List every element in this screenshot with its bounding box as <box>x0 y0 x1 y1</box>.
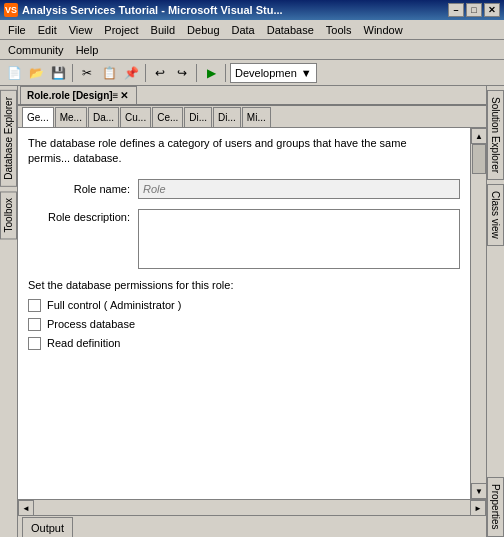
role-description-text: The database role defines a category of … <box>28 136 460 167</box>
undo-icon[interactable]: ↩ <box>150 63 170 83</box>
process-database-checkbox[interactable] <box>28 318 41 331</box>
menu-file[interactable]: File <box>2 22 32 38</box>
separator-4 <box>225 64 226 82</box>
chevron-down-icon: ▼ <box>301 67 312 79</box>
menu-community[interactable]: Community <box>2 42 70 58</box>
horizontal-scrollbar: ◄ ► <box>18 499 486 515</box>
bottom-tab-bar: Output <box>18 515 486 537</box>
process-database-row: Process database <box>28 318 460 331</box>
scroll-down-button[interactable]: ▼ <box>471 483 486 499</box>
database-explorer-tab[interactable]: Database Explorer <box>0 90 17 187</box>
output-tab[interactable]: Output <box>22 517 73 537</box>
full-control-row: Full control ( Administrator ) <box>28 299 460 312</box>
tab-cubes[interactable]: Cu... <box>120 107 151 127</box>
read-definition-checkbox[interactable] <box>28 337 41 350</box>
separator-1 <box>72 64 73 82</box>
full-control-label: Full control ( Administrator ) <box>47 299 181 311</box>
menu-bar-primary: File Edit View Project Build Debug Data … <box>0 20 504 40</box>
maximize-button[interactable]: □ <box>466 3 482 17</box>
window-title: Analysis Services Tutorial - Microsoft V… <box>22 4 448 16</box>
class-view-tab[interactable]: Class view <box>487 184 504 246</box>
menu-bar-secondary: Community Help <box>0 40 504 60</box>
right-sidebar: Solution Explorer Class view Properties <box>486 86 504 537</box>
left-sidebar: Database Explorer Toolbox <box>0 86 18 537</box>
menu-data[interactable]: Data <box>226 22 261 38</box>
solution-explorer-tab[interactable]: Solution Explorer <box>487 90 504 180</box>
separator-3 <box>196 64 197 82</box>
new-icon[interactable]: 📄 <box>4 63 24 83</box>
tab-data-sources[interactable]: Da... <box>88 107 119 127</box>
menu-project[interactable]: Project <box>98 22 144 38</box>
scroll-up-button[interactable]: ▲ <box>471 128 486 144</box>
tab-cell-data[interactable]: Ce... <box>152 107 183 127</box>
close-button[interactable]: ✕ <box>484 3 500 17</box>
document-area: Role.role [Design] ≡ ✕ Ge... Me... Da...… <box>18 86 486 537</box>
tab-dimensions-1[interactable]: Di... <box>184 107 212 127</box>
config-dropdown-label: Developmen <box>235 67 297 79</box>
menu-build[interactable]: Build <box>145 22 181 38</box>
toolbox-tab[interactable]: Toolbox <box>0 191 17 239</box>
app-icon: VS <box>4 3 18 17</box>
save-icon[interactable]: 💾 <box>48 63 68 83</box>
document-tab[interactable]: Role.role [Design] ≡ ✕ <box>20 86 137 104</box>
role-name-row: Role name: <box>28 179 460 199</box>
run-icon[interactable]: ▶ <box>201 63 221 83</box>
config-dropdown[interactable]: Developmen ▼ <box>230 63 317 83</box>
role-description-row: Role description: <box>28 209 460 269</box>
vertical-scrollbar: ▲ ▼ <box>470 128 486 499</box>
read-definition-row: Read definition <box>28 337 460 350</box>
process-database-label: Process database <box>47 318 135 330</box>
minimize-button[interactable]: – <box>448 3 464 17</box>
tab-mining[interactable]: Mi... <box>242 107 271 127</box>
design-content: The database role defines a category of … <box>18 128 470 499</box>
separator-2 <box>145 64 146 82</box>
permissions-heading: Set the database permissions for this ro… <box>28 279 460 291</box>
menu-window[interactable]: Window <box>358 22 409 38</box>
paste-icon[interactable]: 📌 <box>121 63 141 83</box>
scroll-left-button[interactable]: ◄ <box>18 500 34 516</box>
tab-dimensions-2[interactable]: Di... <box>213 107 241 127</box>
menu-view[interactable]: View <box>63 22 99 38</box>
full-control-checkbox[interactable] <box>28 299 41 312</box>
menu-edit[interactable]: Edit <box>32 22 63 38</box>
output-tab-label: Output <box>31 522 64 534</box>
role-name-input[interactable] <box>138 179 460 199</box>
scroll-right-button[interactable]: ► <box>470 500 486 516</box>
inner-tab-bar: Ge... Me... Da... Cu... Ce... Di... Di..… <box>18 106 486 128</box>
content-area: The database role defines a category of … <box>18 128 486 499</box>
menu-database[interactable]: Database <box>261 22 320 38</box>
tab-general[interactable]: Ge... <box>22 107 54 127</box>
menu-debug[interactable]: Debug <box>181 22 225 38</box>
scroll-thumb[interactable] <box>472 144 486 174</box>
redo-icon[interactable]: ↪ <box>172 63 192 83</box>
open-icon[interactable]: 📂 <box>26 63 46 83</box>
role-description-label: Role description: <box>28 209 138 223</box>
properties-tab[interactable]: Properties <box>487 477 504 537</box>
menu-help[interactable]: Help <box>70 42 105 58</box>
document-tab-bar: Role.role [Design] ≡ ✕ <box>18 86 486 106</box>
copy-icon[interactable]: 📋 <box>99 63 119 83</box>
tab-controls: ≡ ✕ <box>113 90 131 101</box>
scroll-track[interactable] <box>471 144 486 483</box>
role-name-label: Role name: <box>28 183 138 195</box>
title-bar: VS Analysis Services Tutorial - Microsof… <box>0 0 504 20</box>
toolbar: 📄 📂 💾 ✂ 📋 📌 ↩ ↪ ▶ Developmen ▼ <box>0 60 504 86</box>
role-description-textarea[interactable] <box>138 209 460 269</box>
hscroll-track[interactable] <box>34 500 470 515</box>
menu-tools[interactable]: Tools <box>320 22 358 38</box>
read-definition-label: Read definition <box>47 337 120 349</box>
pin-icon[interactable]: ≡ <box>113 90 119 101</box>
document-tab-label: Role.role [Design] <box>27 90 113 101</box>
cut-icon[interactable]: ✂ <box>77 63 97 83</box>
tab-membership[interactable]: Me... <box>55 107 87 127</box>
tab-close-icon[interactable]: ✕ <box>120 90 128 101</box>
window-controls: – □ ✕ <box>448 3 500 17</box>
